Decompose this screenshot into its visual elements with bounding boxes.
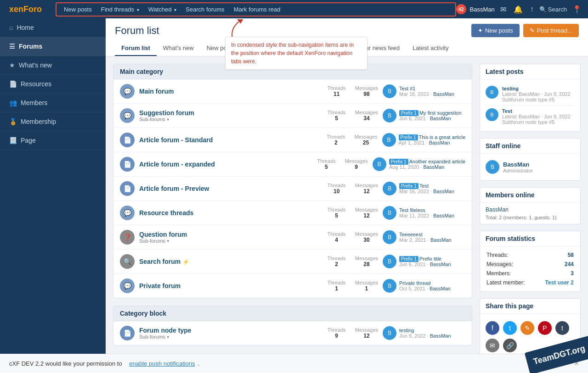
- location-icon[interactable]: 📍: [571, 5, 583, 14]
- post-thread-button[interactable]: ✎ Post thread...: [523, 24, 579, 37]
- forum-name-article-std[interactable]: Article forum - Standard: [139, 136, 322, 144]
- forum-name-node-type[interactable]: Forum node type: [139, 327, 323, 334]
- link-share-icon[interactable]: 🔗: [503, 339, 517, 352]
- arrow-up-icon[interactable]: ↑: [528, 5, 536, 13]
- nav-search-forums[interactable]: Search forums: [181, 4, 229, 15]
- latest-author[interactable]: BassMan: [433, 91, 454, 97]
- latest-author[interactable]: BassMan: [430, 262, 451, 267]
- forum-latest-main: B Test #1 Mar 16, 2022 · BassMan: [383, 84, 465, 98]
- pinterest-share-icon[interactable]: P: [538, 321, 552, 335]
- tab-new-profile-posts[interactable]: New profile posts: [294, 41, 352, 56]
- forum-name-article-exp[interactable]: Article forum - expanded: [139, 161, 312, 168]
- latest-author[interactable]: BassMan: [423, 164, 444, 170]
- page-icon: 📃: [9, 137, 17, 144]
- lp-meta: Latest: BassMan · Jun 9, 2022: [502, 91, 571, 97]
- forum-latest-private: B Private thread Oct 5, 2021 · BassMan: [383, 279, 465, 293]
- lp-title[interactable]: Test: [502, 108, 571, 114]
- nav-find-threads[interactable]: Find threads ▾: [96, 4, 144, 15]
- staff-name[interactable]: BassMan: [503, 161, 533, 168]
- tumblr-share-icon[interactable]: t: [555, 321, 569, 335]
- sidebar-item-page[interactable]: 📃 Page: [0, 131, 106, 150]
- edit-share-icon[interactable]: ✎: [520, 321, 534, 335]
- members-online-list: BassMan Total: 2 (members: 1, guests: 1): [486, 206, 575, 220]
- tab-new-resources[interactable]: New resources: [241, 41, 294, 56]
- sidebar-item-members[interactable]: 👥 Members: [0, 94, 106, 112]
- forum-latest-question: B Teeeeeest Mar 2, 2021 · BassMan: [383, 230, 465, 244]
- forum-stats-suggestion: Threads5 Messages34: [328, 110, 379, 122]
- forum-stats-private: Threads1 Messages1: [328, 280, 379, 292]
- logo[interactable]: xenForo: [5, 5, 46, 14]
- latest-author[interactable]: BassMan: [433, 189, 454, 194]
- forum-name-resource[interactable]: Resource threads: [139, 209, 323, 217]
- sub-nav: Forum list What's new New posts New reso…: [115, 41, 579, 56]
- sidebar-item-resources[interactable]: 📄 Resources: [0, 75, 106, 94]
- lp-title[interactable]: testing: [502, 86, 571, 91]
- staff-item: B BassMan Administrator: [486, 157, 575, 177]
- latest-avatar: B: [383, 326, 396, 340]
- latest-title[interactable]: Private thread: [399, 280, 451, 286]
- latest-title[interactable]: Prefix 1This is a great article: [399, 134, 465, 140]
- latest-author[interactable]: BassMan: [430, 116, 451, 121]
- latest-title[interactable]: Prefix 1My first suggestion: [399, 110, 462, 116]
- sidebar-item-membership[interactable]: 🏅 Membership: [0, 112, 106, 131]
- latest-title[interactable]: Prefix 1Test: [399, 183, 454, 189]
- header-new-posts-button[interactable]: ✦ New posts: [471, 24, 520, 37]
- forum-name-article-prev[interactable]: Article forum - Preview: [139, 185, 323, 192]
- latest-author[interactable]: BassMan: [433, 213, 454, 218]
- members-online-header: Members online: [480, 188, 580, 203]
- forum-name-search[interactable]: Search forum ⚡: [139, 258, 323, 265]
- latest-title[interactable]: Test fileless: [399, 207, 454, 213]
- threads-stat: Threads5: [328, 207, 346, 219]
- email-share-icon[interactable]: ✉: [486, 339, 499, 352]
- forum-row: ❓ Question forum Sub-forums ▾ Threads4 M…: [113, 225, 472, 250]
- facebook-share-icon[interactable]: f: [486, 321, 499, 335]
- category-block: Category block 📄 Forum node type Sub-for…: [113, 306, 472, 345]
- forum-latest-article-std: B Prefix 1This is a great article Apr 1,…: [382, 133, 465, 147]
- sidebar-item-whats-new[interactable]: ★ What's new: [0, 56, 106, 75]
- forum-name-question[interactable]: Question forum: [139, 231, 323, 238]
- search-button[interactable]: 🔍 Search: [539, 6, 567, 13]
- sidebar-item-forums[interactable]: ☰ Forums: [0, 37, 106, 56]
- bell-icon[interactable]: 🔔: [512, 5, 525, 14]
- username[interactable]: BassMan: [470, 6, 495, 13]
- twitter-share-icon[interactable]: t: [503, 321, 517, 335]
- sidebar-item-home[interactable]: ⌂ Home: [0, 18, 106, 37]
- forum-row: 💬 Suggestion forum Sub-forums ▾ Threads5…: [113, 104, 472, 128]
- latest-title[interactable]: Prefix 1Another expanded article: [389, 159, 465, 164]
- tab-whats-new[interactable]: What's new: [157, 41, 200, 56]
- members-online-panel: Members online BassMan Total: 2 (members…: [480, 187, 581, 224]
- latest-title[interactable]: Teeeeeest: [399, 232, 452, 237]
- lp-info: testing Latest: BassMan · Jun 9, 2022 Su…: [502, 86, 571, 102]
- forum-name-private[interactable]: Private forum: [139, 282, 323, 289]
- latest-info: testing Jun 9, 2022 · BassMan: [399, 328, 451, 339]
- latest-author[interactable]: BassMan: [430, 286, 451, 291]
- stats-value: 244: [537, 260, 574, 268]
- latest-author[interactable]: BassMan: [429, 140, 450, 145]
- forum-name-suggestion[interactable]: Suggestion forum: [139, 109, 323, 117]
- tab-your-news-feed[interactable]: Your news feed: [352, 41, 406, 56]
- latest-title[interactable]: Test #1: [399, 86, 454, 91]
- envelope-icon[interactable]: ✉: [498, 5, 508, 14]
- latest-title[interactable]: Prefix 1Prefix title: [399, 256, 451, 262]
- stats-value[interactable]: Test user 2: [537, 278, 574, 287]
- latest-author[interactable]: BassMan: [430, 237, 452, 243]
- nav-new-posts[interactable]: New posts: [59, 4, 96, 15]
- latest-title[interactable]: testing: [399, 328, 451, 333]
- nav-mark-forums-read[interactable]: Mark forums read: [229, 4, 285, 15]
- latest-author[interactable]: BassMan: [430, 333, 451, 339]
- member-name[interactable]: BassMan: [486, 206, 575, 213]
- messages-stat: Messages12: [355, 183, 378, 195]
- lp-sub: Subforum node type #5: [502, 97, 571, 102]
- find-threads-arrow: ▾: [137, 7, 139, 12]
- enable-notifications-link[interactable]: enable push notifications: [129, 360, 195, 367]
- messages-stat: Messages9: [345, 158, 368, 170]
- tab-latest-activity[interactable]: Latest activity: [406, 41, 455, 56]
- forum-name-main[interactable]: Main forum: [139, 88, 323, 95]
- tab-forum-list[interactable]: Forum list: [115, 41, 157, 56]
- home-icon: ⌂: [9, 24, 13, 31]
- nav-watched[interactable]: Watched ▾: [144, 4, 181, 15]
- top-nav: xenForo New posts Find threads ▾ Watched…: [0, 0, 588, 18]
- forum-stats-node-type: Threads9 Messages12: [328, 327, 379, 339]
- forum-info-node-type: Forum node type Sub-forums ▾: [139, 327, 323, 340]
- tab-new-posts[interactable]: New posts: [200, 41, 241, 56]
